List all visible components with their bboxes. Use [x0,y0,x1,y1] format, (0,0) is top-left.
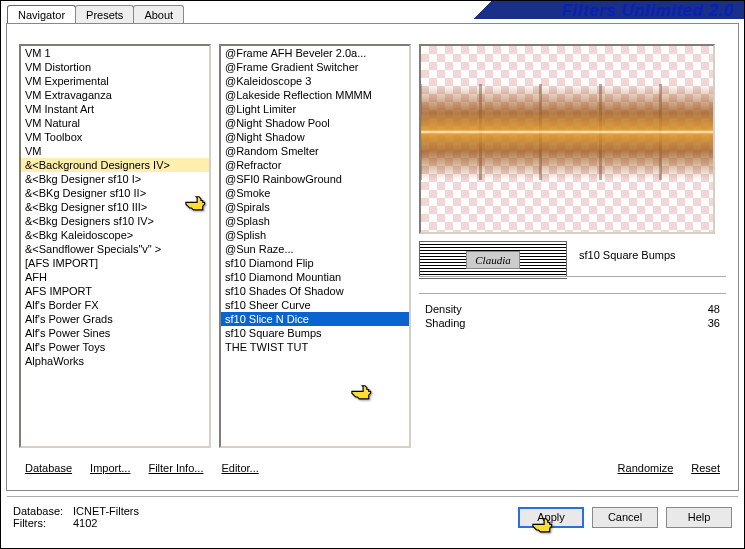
filters-value: 4102 [73,517,97,529]
list-item[interactable]: VM Extravaganza [21,88,209,102]
db-value: ICNET-Filters [73,505,139,517]
list-item[interactable]: Alf's Power Toys [21,340,209,354]
list-item[interactable]: &<Background Designers IV> [21,158,209,172]
tab-navigator[interactable]: Navigator [7,5,76,23]
list-item[interactable]: &<Bkg Kaleidoscope> [21,228,209,242]
param-label: Shading [425,317,465,329]
list-item[interactable]: AFS IMPORT [21,284,209,298]
list-item[interactable]: AlphaWorks [21,354,209,368]
window-title: Filters Unlimited 2.0 [562,1,734,21]
tab-presets[interactable]: Presets [75,5,134,23]
param-row[interactable]: Density 48 [419,302,726,316]
apply-button[interactable]: Apply [518,507,584,528]
list-item[interactable]: @Frame AFH Beveler 2.0a... [221,46,409,60]
filter-info-button[interactable]: Filter Info... [148,462,203,474]
list-item[interactable]: @Splish [221,228,409,242]
list-item[interactable]: sf10 Slice N Dice [221,312,409,326]
tab-strip: Navigator Presets About [7,5,183,23]
param-value: 48 [708,303,720,315]
list-item[interactable]: sf10 Square Bumps [221,326,409,340]
list-item[interactable]: VM Natural [21,116,209,130]
status-info: Database:ICNET-Filters Filters:4102 [13,505,139,529]
list-item[interactable]: @Refractor [221,158,409,172]
list-item[interactable]: AFH [21,270,209,284]
db-label: Database: [13,505,67,517]
separator-line [419,276,726,277]
list-item[interactable]: VM Instant Art [21,102,209,116]
list-item[interactable]: [AFS IMPORT] [21,256,209,270]
main-panel: VM 1VM DistortionVM ExperimentalVM Extra… [6,23,739,491]
list-item[interactable]: @Lakeside Reflection MMMM [221,88,409,102]
list-item[interactable]: sf10 Shades Of Shadow [221,284,409,298]
list-item[interactable]: @Kaleidoscope 3 [221,74,409,88]
list-item[interactable]: VM 1 [21,46,209,60]
list-item[interactable]: &<Bkg Designers sf10 IV> [21,214,209,228]
param-label: Density [425,303,462,315]
list-item[interactable]: @Splash [221,214,409,228]
list-item[interactable]: VM Experimental [21,74,209,88]
author-name: Claudia [466,251,519,269]
list-item[interactable]: VM Toolbox [21,130,209,144]
list-item[interactable]: &<Sandflower Specials"v" > [21,242,209,256]
reset-button[interactable]: Reset [691,462,720,474]
list-item[interactable]: THE TWIST TUT [221,340,409,354]
editor-button[interactable]: Editor... [221,462,258,474]
preview-box [419,44,715,234]
list-item[interactable]: sf10 Diamond Flip [221,256,409,270]
selected-filter-name: sf10 Square Bumps [579,249,676,261]
filters-label: Filters: [13,517,67,529]
list-item[interactable]: @Sun Raze... [221,242,409,256]
list-item[interactable]: @SFI0 RainbowGround [221,172,409,186]
list-item[interactable]: VM [21,144,209,158]
import-button[interactable]: Import... [90,462,130,474]
filter-listbox[interactable]: @Frame AFH Beveler 2.0a...@Frame Gradien… [219,44,411,448]
category-listbox[interactable]: VM 1VM DistortionVM ExperimentalVM Extra… [19,44,211,448]
list-item[interactable]: Alf's Border FX [21,298,209,312]
list-item[interactable]: @Smoke [221,186,409,200]
list-item[interactable]: sf10 Diamond Mountian [221,270,409,284]
list-item[interactable]: @Random Smelter [221,144,409,158]
list-item[interactable]: VM Distortion [21,60,209,74]
list-item[interactable]: @Spirals [221,200,409,214]
author-badge: Claudia [419,241,567,279]
separator-line-2 [419,293,726,294]
list-item[interactable]: &<Bkg Designer sf10 III> [21,200,209,214]
cancel-button[interactable]: Cancel [592,507,658,528]
list-item[interactable]: Alf's Power Grads [21,312,209,326]
list-item[interactable]: @Night Shadow Pool [221,116,409,130]
list-item[interactable]: sf10 Sheer Curve [221,298,409,312]
list-item[interactable]: @Frame Gradient Switcher [221,60,409,74]
list-item[interactable]: @Night Shadow [221,130,409,144]
randomize-button[interactable]: Randomize [618,462,674,474]
database-button[interactable]: Database [25,462,72,474]
list-item[interactable]: @Light Limiter [221,102,409,116]
param-value: 36 [708,317,720,329]
tab-about[interactable]: About [133,5,184,23]
help-button[interactable]: Help [666,507,732,528]
list-item[interactable]: &<BKg Designer sf10 II> [21,186,209,200]
param-row[interactable]: Shading 36 [419,316,726,330]
parameter-list: Density 48 Shading 36 [419,302,726,330]
preview-image [419,84,715,180]
list-item[interactable]: &<Bkg Designer sf10 I> [21,172,209,186]
list-item[interactable]: Alf's Power Sines [21,326,209,340]
